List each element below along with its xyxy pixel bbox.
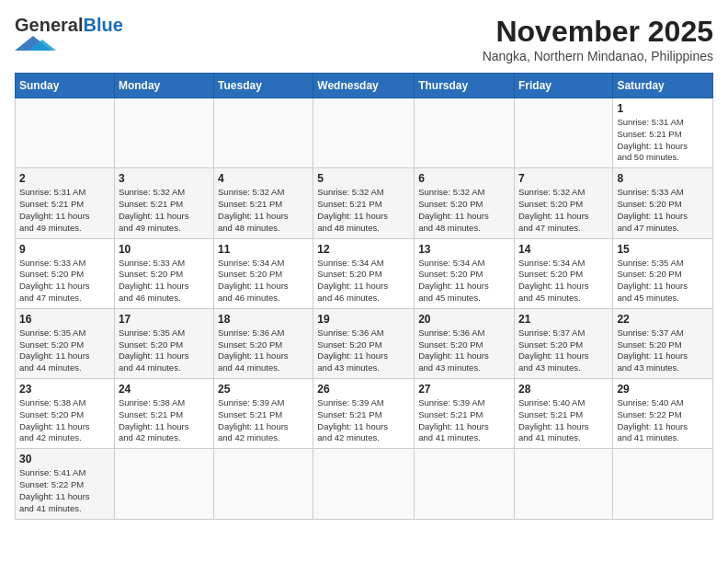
calendar-cell: 23Sunrise: 5:38 AM Sunset: 5:20 PM Dayli… xyxy=(16,379,115,449)
day-number: 24 xyxy=(119,383,210,396)
calendar-cell: 8Sunrise: 5:33 AM Sunset: 5:20 PM Daylig… xyxy=(613,168,713,238)
calendar-cell: 5Sunrise: 5:32 AM Sunset: 5:21 PM Daylig… xyxy=(313,168,415,238)
cell-content: Sunrise: 5:33 AM Sunset: 5:20 PM Dayligh… xyxy=(617,187,709,234)
cell-content: Sunrise: 5:36 AM Sunset: 5:20 PM Dayligh… xyxy=(418,327,510,374)
cell-content: Sunrise: 5:34 AM Sunset: 5:20 PM Dayligh… xyxy=(518,258,609,304)
calendar-cell: 3Sunrise: 5:32 AM Sunset: 5:21 PM Daylig… xyxy=(114,168,213,238)
logo: GeneralBlue xyxy=(15,15,123,52)
day-number: 27 xyxy=(418,383,510,396)
calendar-cell: 7Sunrise: 5:32 AM Sunset: 5:20 PM Daylig… xyxy=(514,168,612,238)
title-section: November 2025 Nangka, Northern Mindanao,… xyxy=(483,15,713,63)
calendar-cell xyxy=(114,449,213,519)
day-number: 21 xyxy=(518,313,609,326)
calendar-cell: 27Sunrise: 5:39 AM Sunset: 5:21 PM Dayli… xyxy=(415,379,515,449)
location-title: Nangka, Northern Mindanao, Philippines xyxy=(483,49,713,63)
day-number: 6 xyxy=(418,172,510,185)
cell-content: Sunrise: 5:32 AM Sunset: 5:21 PM Dayligh… xyxy=(218,187,309,234)
calendar-cell xyxy=(114,98,213,168)
cell-content: Sunrise: 5:36 AM Sunset: 5:20 PM Dayligh… xyxy=(218,327,309,374)
calendar-cell: 1Sunrise: 5:31 AM Sunset: 5:21 PM Daylig… xyxy=(613,98,713,168)
calendar-week-row: 30Sunrise: 5:41 AM Sunset: 5:22 PM Dayli… xyxy=(16,449,713,519)
cell-content: Sunrise: 5:40 AM Sunset: 5:21 PM Dayligh… xyxy=(518,397,609,444)
calendar-week-row: 9Sunrise: 5:33 AM Sunset: 5:20 PM Daylig… xyxy=(16,238,713,308)
day-number: 16 xyxy=(19,313,110,326)
day-number: 11 xyxy=(218,243,309,256)
calendar-cell: 6Sunrise: 5:32 AM Sunset: 5:20 PM Daylig… xyxy=(415,168,515,238)
cell-content: Sunrise: 5:32 AM Sunset: 5:20 PM Dayligh… xyxy=(418,187,510,234)
header-sunday: Sunday xyxy=(16,74,115,98)
page-header: GeneralBlue November 2025 Nangka, Northe… xyxy=(15,15,713,63)
logo-general-text: General xyxy=(15,15,83,36)
day-number: 26 xyxy=(317,383,410,396)
cell-content: Sunrise: 5:35 AM Sunset: 5:20 PM Dayligh… xyxy=(19,327,110,374)
day-number: 7 xyxy=(518,172,609,185)
day-number: 3 xyxy=(119,172,210,185)
cell-content: Sunrise: 5:31 AM Sunset: 5:21 PM Dayligh… xyxy=(617,117,709,164)
day-number: 15 xyxy=(617,243,709,256)
calendar-cell xyxy=(214,98,313,168)
calendar-week-row: 1Sunrise: 5:31 AM Sunset: 5:21 PM Daylig… xyxy=(16,98,713,168)
calendar-cell: 24Sunrise: 5:38 AM Sunset: 5:21 PM Dayli… xyxy=(114,379,213,449)
cell-content: Sunrise: 5:35 AM Sunset: 5:20 PM Dayligh… xyxy=(119,327,210,374)
calendar-cell: 12Sunrise: 5:34 AM Sunset: 5:20 PM Dayli… xyxy=(313,238,415,308)
cell-content: Sunrise: 5:38 AM Sunset: 5:21 PM Dayligh… xyxy=(119,397,210,444)
calendar-table: SundayMondayTuesdayWednesdayThursdayFrid… xyxy=(15,73,713,520)
logo-icon xyxy=(15,36,65,52)
day-number: 30 xyxy=(19,453,110,465)
cell-content: Sunrise: 5:39 AM Sunset: 5:21 PM Dayligh… xyxy=(218,397,309,444)
day-number: 17 xyxy=(119,313,210,326)
calendar-cell xyxy=(313,449,415,519)
calendar-cell: 15Sunrise: 5:35 AM Sunset: 5:20 PM Dayli… xyxy=(613,238,713,308)
cell-content: Sunrise: 5:33 AM Sunset: 5:20 PM Dayligh… xyxy=(19,258,110,304)
day-number: 12 xyxy=(317,243,410,256)
cell-content: Sunrise: 5:40 AM Sunset: 5:22 PM Dayligh… xyxy=(617,397,709,444)
cell-content: Sunrise: 5:38 AM Sunset: 5:20 PM Dayligh… xyxy=(19,397,110,444)
cell-content: Sunrise: 5:32 AM Sunset: 5:21 PM Dayligh… xyxy=(119,187,210,234)
cell-content: Sunrise: 5:34 AM Sunset: 5:20 PM Dayligh… xyxy=(317,258,410,304)
cell-content: Sunrise: 5:39 AM Sunset: 5:21 PM Dayligh… xyxy=(418,397,510,444)
calendar-cell: 2Sunrise: 5:31 AM Sunset: 5:21 PM Daylig… xyxy=(16,168,115,238)
calendar-cell xyxy=(415,98,515,168)
day-number: 2 xyxy=(19,172,110,185)
day-number: 23 xyxy=(19,383,110,396)
cell-content: Sunrise: 5:39 AM Sunset: 5:21 PM Dayligh… xyxy=(317,397,410,444)
logo-blue-text: Blue xyxy=(83,15,122,36)
day-number: 10 xyxy=(119,243,210,256)
calendar-cell: 19Sunrise: 5:36 AM Sunset: 5:20 PM Dayli… xyxy=(313,308,415,378)
calendar-week-row: 2Sunrise: 5:31 AM Sunset: 5:21 PM Daylig… xyxy=(16,168,713,238)
header-wednesday: Wednesday xyxy=(313,74,415,98)
calendar-cell: 22Sunrise: 5:37 AM Sunset: 5:20 PM Dayli… xyxy=(613,308,713,378)
day-number: 29 xyxy=(617,383,709,396)
calendar-cell: 20Sunrise: 5:36 AM Sunset: 5:20 PM Dayli… xyxy=(415,308,515,378)
calendar-cell: 17Sunrise: 5:35 AM Sunset: 5:20 PM Dayli… xyxy=(114,308,213,378)
cell-content: Sunrise: 5:36 AM Sunset: 5:20 PM Dayligh… xyxy=(317,327,410,374)
calendar-cell xyxy=(16,98,115,168)
cell-content: Sunrise: 5:37 AM Sunset: 5:20 PM Dayligh… xyxy=(518,327,609,374)
cell-content: Sunrise: 5:37 AM Sunset: 5:20 PM Dayligh… xyxy=(617,327,709,374)
calendar-week-row: 16Sunrise: 5:35 AM Sunset: 5:20 PM Dayli… xyxy=(16,308,713,378)
cell-content: Sunrise: 5:32 AM Sunset: 5:20 PM Dayligh… xyxy=(518,187,609,234)
day-number: 9 xyxy=(19,243,110,256)
calendar-cell: 4Sunrise: 5:32 AM Sunset: 5:21 PM Daylig… xyxy=(214,168,313,238)
calendar-cell: 16Sunrise: 5:35 AM Sunset: 5:20 PM Dayli… xyxy=(16,308,115,378)
cell-content: Sunrise: 5:34 AM Sunset: 5:20 PM Dayligh… xyxy=(418,258,510,304)
calendar-cell: 28Sunrise: 5:40 AM Sunset: 5:21 PM Dayli… xyxy=(514,379,612,449)
day-number: 19 xyxy=(317,313,410,326)
cell-content: Sunrise: 5:34 AM Sunset: 5:20 PM Dayligh… xyxy=(218,258,309,304)
cell-content: Sunrise: 5:35 AM Sunset: 5:20 PM Dayligh… xyxy=(617,258,709,304)
calendar-cell: 26Sunrise: 5:39 AM Sunset: 5:21 PM Dayli… xyxy=(313,379,415,449)
calendar-cell xyxy=(214,449,313,519)
day-number: 18 xyxy=(218,313,309,326)
calendar-cell: 9Sunrise: 5:33 AM Sunset: 5:20 PM Daylig… xyxy=(16,238,115,308)
calendar-cell xyxy=(415,449,515,519)
calendar-cell: 18Sunrise: 5:36 AM Sunset: 5:20 PM Dayli… xyxy=(214,308,313,378)
day-number: 5 xyxy=(317,172,410,185)
month-title: November 2025 xyxy=(483,15,713,49)
calendar-cell: 30Sunrise: 5:41 AM Sunset: 5:22 PM Dayli… xyxy=(16,449,115,519)
calendar-cell: 14Sunrise: 5:34 AM Sunset: 5:20 PM Dayli… xyxy=(514,238,612,308)
calendar-cell: 13Sunrise: 5:34 AM Sunset: 5:20 PM Dayli… xyxy=(415,238,515,308)
calendar-week-row: 23Sunrise: 5:38 AM Sunset: 5:20 PM Dayli… xyxy=(16,379,713,449)
cell-content: Sunrise: 5:32 AM Sunset: 5:21 PM Dayligh… xyxy=(317,187,410,234)
day-number: 4 xyxy=(218,172,309,185)
cell-content: Sunrise: 5:41 AM Sunset: 5:22 PM Dayligh… xyxy=(19,467,110,514)
